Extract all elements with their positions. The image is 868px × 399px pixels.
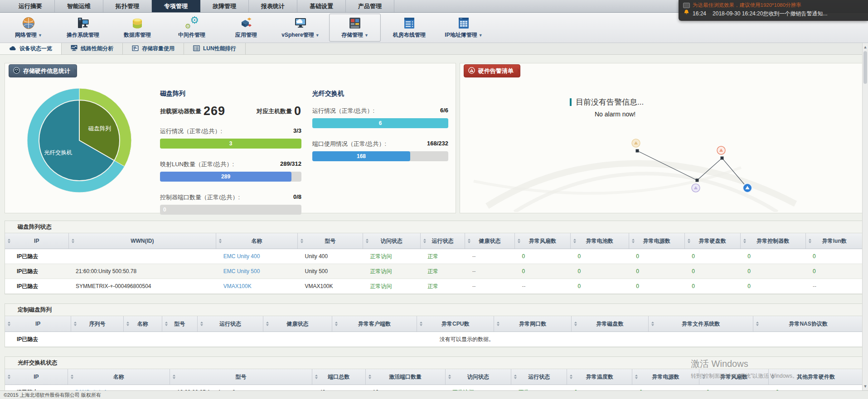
column-header[interactable]: 异常电源数 (629, 233, 684, 249)
column-header[interactable]: 访问状态 (363, 233, 420, 249)
column-header[interactable]: 端口总数 (312, 369, 365, 385)
column-header[interactable]: 运行状态 (197, 316, 263, 332)
column-header[interactable]: 健康状态 (465, 233, 515, 249)
sort-icon[interactable] (743, 239, 746, 243)
column-header[interactable]: IP (5, 316, 71, 332)
column-header[interactable]: 其他异常硬件数 (769, 369, 863, 385)
scroll-up-arrow[interactable]: ▲ (863, 44, 868, 50)
sort-icon[interactable] (468, 239, 470, 243)
nav-tab[interactable]: 运行摘要 (6, 0, 55, 12)
sort-icon[interactable] (448, 375, 451, 379)
subtab[interactable]: LUN性能排行 (184, 43, 246, 54)
column-header[interactable]: 异常电源数 (632, 369, 699, 385)
vertical-scrollbar[interactable]: ▲ ▼ (862, 43, 868, 390)
toolbar-item[interactable]: vSphere管理▼ (275, 14, 326, 42)
toolbar-item[interactable]: 应用管理 (220, 14, 272, 42)
subtab[interactable]: 设备状态一览 (0, 43, 62, 54)
nav-tab[interactable]: 拓扑管理 (103, 0, 152, 12)
sort-icon[interactable] (809, 239, 811, 243)
sort-icon[interactable] (420, 322, 422, 326)
column-header[interactable]: IP (5, 369, 68, 385)
column-header[interactable]: 异常NAS协议数 (753, 316, 863, 332)
sort-icon[interactable] (72, 239, 74, 243)
column-header[interactable]: 异常lun数 (805, 233, 863, 249)
column-header[interactable]: 异常风扇数 (514, 233, 570, 249)
sort-icon[interactable] (574, 322, 577, 326)
sort-icon[interactable] (71, 375, 73, 379)
notification-alarm-row[interactable]: 16:24 2018-09-30 16:24:20您收到一个撤销告警通知... (683, 9, 864, 18)
sort-icon[interactable] (315, 375, 318, 379)
sort-icon[interactable] (514, 375, 517, 379)
resolution-tip-checkbox[interactable] (683, 3, 690, 8)
nav-tab[interactable]: 智能运维 (55, 0, 103, 12)
column-header[interactable]: 异常网口数 (494, 316, 571, 332)
sort-icon[interactable] (165, 322, 168, 326)
subtab[interactable]: 存储容量使用 (123, 43, 184, 54)
sort-icon[interactable] (369, 375, 371, 379)
column-header[interactable]: 运行状态 (511, 369, 567, 385)
column-header[interactable]: 异常文件系统数 (649, 316, 753, 332)
column-header[interactable]: 运行状态 (420, 233, 465, 249)
nav-tab[interactable]: 产品管理 (346, 0, 394, 12)
device-link[interactable]: EMC Unity 500 (223, 268, 260, 274)
sort-icon[interactable] (497, 322, 499, 326)
subtab[interactable]: 线路性能分析 (62, 43, 123, 54)
sort-icon[interactable] (8, 322, 10, 326)
sort-icon[interactable] (173, 375, 175, 379)
sort-icon[interactable] (423, 239, 426, 243)
sort-icon[interactable] (8, 239, 10, 243)
column-header[interactable]: 激活端口数量 (365, 369, 445, 385)
column-header[interactable]: 名称 (216, 233, 298, 249)
toolbar-item[interactable]: 存储管理▼ (329, 14, 381, 42)
column-header[interactable]: 异常磁盘数 (571, 316, 648, 332)
toolbar-item[interactable]: 网络管理▼ (3, 14, 54, 42)
sort-icon[interactable] (126, 322, 129, 326)
sort-icon[interactable] (74, 322, 77, 326)
notification-popup[interactable]: 为达最佳浏览效果，建议使用1920*1080分辨率 16:24 2018-09-… (679, 0, 868, 21)
column-header[interactable]: 异常电池数 (570, 233, 629, 249)
column-header[interactable]: 异常客户端数 (332, 316, 417, 332)
toolbar-item[interactable]: 操作系统管理 (57, 14, 109, 42)
sort-icon[interactable] (573, 239, 576, 243)
sort-icon[interactable] (301, 239, 303, 243)
sort-icon[interactable] (518, 239, 520, 243)
column-header[interactable]: 名称 (123, 316, 162, 332)
column-header[interactable]: 型号 (162, 316, 197, 332)
sort-icon[interactable] (651, 322, 654, 326)
column-header[interactable]: IP (5, 233, 68, 249)
column-header[interactable]: 异常硬盘数 (684, 233, 740, 249)
column-header[interactable]: 型号 (298, 233, 363, 249)
sort-icon[interactable] (366, 239, 369, 243)
toolbar-item[interactable]: 数据库管理 (112, 14, 163, 42)
nav-tab[interactable]: 报表统计 (249, 0, 297, 12)
sort-icon[interactable] (635, 375, 638, 379)
column-header[interactable]: 异常控制器数 (740, 233, 805, 249)
sort-icon[interactable] (219, 239, 222, 243)
sort-icon[interactable] (688, 239, 690, 243)
scrollbar-thumb[interactable] (863, 51, 867, 84)
column-header[interactable]: 序列号 (71, 316, 123, 332)
nav-tab[interactable]: 故障管理 (200, 0, 249, 12)
sort-icon[interactable] (570, 375, 572, 379)
column-header[interactable]: 健康状态 (263, 316, 332, 332)
column-header[interactable]: 异常风扇数 (699, 369, 768, 385)
toolbar-item[interactable]: 机房布线管理 (383, 14, 435, 42)
column-header[interactable]: 名称 (68, 369, 170, 385)
column-header[interactable]: WWN(ID) (68, 233, 216, 249)
sort-icon[interactable] (335, 322, 338, 326)
sort-icon[interactable] (756, 322, 759, 326)
device-link[interactable]: EMC Unity 400 (223, 253, 260, 260)
column-header[interactable]: 异常温度数 (567, 369, 632, 385)
device-link[interactable]: VMAX100K (223, 283, 252, 289)
sort-icon[interactable] (266, 322, 269, 326)
sort-icon[interactable] (200, 322, 203, 326)
sort-icon[interactable] (771, 375, 774, 379)
nav-tab[interactable]: 基础设置 (297, 0, 346, 12)
sort-icon[interactable] (632, 239, 635, 243)
nav-tab[interactable]: 专项管理 (152, 0, 200, 12)
column-header[interactable]: 异常CPU数 (417, 316, 494, 332)
toolbar-item[interactable]: IP地址簿管理▼ (438, 14, 490, 42)
sort-icon[interactable] (702, 375, 705, 379)
toolbar-item[interactable]: ⚙⚙中间件管理 (166, 14, 218, 42)
column-header[interactable]: 访问状态 (445, 369, 511, 385)
